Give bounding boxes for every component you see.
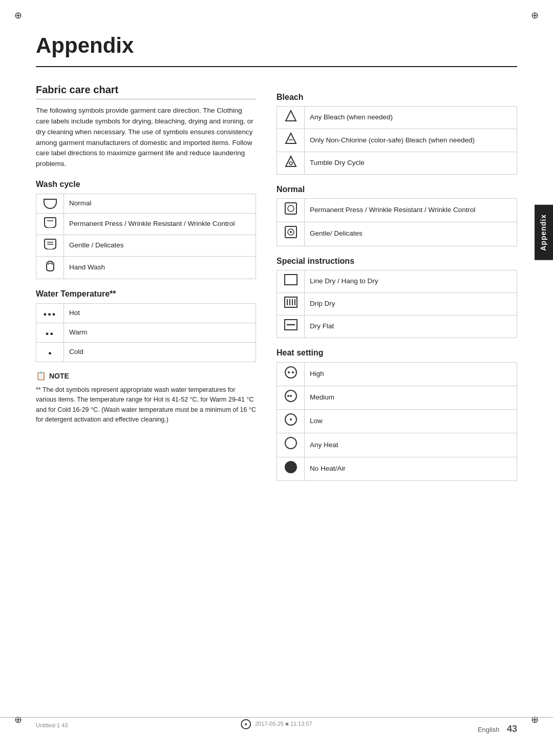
page: ⊕ ⊕ ⊕ ⊕ Appendix Appendix Fabric care ch… bbox=[0, 0, 553, 756]
heat-low-icon bbox=[277, 410, 305, 433]
heat-any-icon bbox=[277, 433, 305, 457]
normal-title: Normal bbox=[276, 184, 517, 195]
wash-perm-label: Permanent Press / Wrinkle Resistant / Wr… bbox=[64, 213, 256, 235]
normal-perm-icon bbox=[277, 199, 305, 222]
table-row: Gentle/ Delicates bbox=[277, 222, 517, 246]
note-box: 📋 NOTE ** The dot symbols represent appr… bbox=[36, 370, 256, 425]
water-cold-label: Cold bbox=[64, 343, 256, 362]
corner-mark-tl: ⊕ bbox=[14, 9, 22, 22]
dry-flat-label: Dry Flat bbox=[305, 316, 517, 338]
dry-flat-icon bbox=[277, 316, 305, 338]
svg-point-32 bbox=[245, 723, 247, 725]
svg-rect-8 bbox=[285, 203, 296, 214]
heat-medium-icon bbox=[277, 386, 305, 410]
normal-gentle-label: Gentle/ Delicates bbox=[305, 222, 517, 246]
page-number: 43 bbox=[507, 724, 517, 734]
normal-perm-label: Permanent Press / Wrinkle Resistant / Wr… bbox=[305, 199, 517, 222]
table-row: Permanent Press / Wrinkle Resistant / Wr… bbox=[36, 213, 256, 235]
note-label: NOTE bbox=[49, 371, 69, 382]
water-hot-label: Hot bbox=[64, 303, 256, 323]
bleach-any-label: Any Bleach (when needed) bbox=[305, 107, 517, 129]
heat-none-label: No Heat/Air bbox=[305, 457, 517, 480]
wash-cycle-table: Normal Permanent Press / Wrinkle Resista… bbox=[36, 194, 256, 280]
line-dry-icon bbox=[277, 270, 305, 292]
bleach-table: Any Bleach (when needed) Only Non-Chlori… bbox=[276, 106, 517, 175]
svg-point-23 bbox=[292, 371, 294, 373]
heat-medium-label: Medium bbox=[305, 386, 517, 410]
lang-label: English bbox=[478, 726, 500, 733]
special-table: Line Dry / Hang to Dry Drip Dry bbox=[276, 270, 517, 339]
right-column: Bleach Any Bleach (when needed) bbox=[276, 82, 517, 489]
dots-3-icon: ●●● bbox=[36, 303, 64, 323]
table-row: Only Non-Chlorine (color-safe) Bleach (w… bbox=[277, 129, 517, 152]
special-title: Special instructions bbox=[276, 256, 517, 267]
note-icon: 📋 bbox=[36, 370, 46, 382]
svg-rect-13 bbox=[285, 275, 297, 285]
page-title: Appendix bbox=[36, 31, 517, 67]
svg-point-29 bbox=[285, 437, 296, 449]
bleach-tumble-label: Tumble Dry Cycle bbox=[305, 152, 517, 174]
bottom-file-label: Untitled-1 43 bbox=[36, 722, 68, 729]
svg-point-25 bbox=[290, 395, 292, 397]
normal-table: Permanent Press / Wrinkle Resistant / Wr… bbox=[276, 198, 517, 246]
corner-mark-tr: ⊕ bbox=[531, 9, 539, 22]
svg-point-30 bbox=[285, 461, 296, 473]
wash-hand-icon bbox=[36, 257, 64, 279]
wash-gentle-label: Gentle / Delicates bbox=[64, 235, 256, 257]
bleach-nonchlor-label: Only Non-Chlorine (color-safe) Bleach (w… bbox=[305, 129, 517, 152]
table-row: Dry Flat bbox=[277, 316, 517, 338]
water-temp-title: Water Temperature** bbox=[36, 288, 256, 300]
drip-dry-icon bbox=[277, 293, 305, 316]
water-warm-label: Warm bbox=[64, 323, 256, 343]
svg-marker-4 bbox=[286, 133, 296, 143]
heat-high-label: High bbox=[305, 362, 517, 386]
table-row: Gentle / Delicates bbox=[36, 235, 256, 257]
svg-point-9 bbox=[288, 205, 294, 212]
heat-setting-table: High Medium bbox=[276, 362, 517, 481]
table-row: Drip Dry bbox=[277, 293, 517, 316]
svg-point-7 bbox=[289, 162, 292, 165]
svg-point-21 bbox=[285, 367, 296, 378]
table-row: ●●● Hot bbox=[36, 303, 256, 323]
table-row: No Heat/Air bbox=[277, 457, 517, 480]
bottom-center-date: 2017-05-25 ■ 11:13:57 bbox=[241, 719, 312, 729]
bleach-tumble-icon bbox=[277, 152, 305, 174]
heat-high-icon bbox=[277, 362, 305, 386]
heat-low-label: Low bbox=[305, 410, 517, 433]
table-row: Hand Wash bbox=[36, 257, 256, 279]
wash-perm-icon bbox=[36, 213, 64, 235]
intro-text: The following symbols provide garment ca… bbox=[36, 106, 256, 170]
table-row: High bbox=[277, 362, 517, 386]
table-row: Normal bbox=[36, 194, 256, 213]
table-row: Low bbox=[277, 410, 517, 433]
table-row: ● Cold bbox=[36, 343, 256, 362]
svg-point-26 bbox=[287, 395, 289, 397]
drip-dry-label: Drip Dry bbox=[305, 293, 517, 316]
heat-any-label: Any Heat bbox=[305, 433, 517, 457]
bleach-nonchlor-icon bbox=[277, 129, 305, 152]
heat-none-icon bbox=[277, 457, 305, 480]
fabric-care-title: Fabric care chart bbox=[36, 82, 256, 99]
line-dry-label: Line Dry / Hang to Dry bbox=[305, 270, 517, 292]
table-row: Any Bleach (when needed) bbox=[277, 107, 517, 129]
normal-gentle-icon bbox=[277, 222, 305, 246]
bleach-title: Bleach bbox=[276, 92, 517, 103]
table-row: Line Dry / Hang to Dry bbox=[277, 270, 517, 292]
table-row: Tumble Dry Cycle bbox=[277, 152, 517, 174]
heat-setting-title: Heat setting bbox=[276, 347, 517, 359]
wash-hand-label: Hand Wash bbox=[64, 257, 256, 279]
table-row: Any Heat bbox=[277, 433, 517, 457]
water-temp-table: ●●● Hot ●● Warm ● Cold bbox=[36, 303, 256, 363]
wash-cycle-title: Wash cycle bbox=[36, 179, 256, 190]
side-tab: Appendix bbox=[535, 205, 553, 260]
wash-normal-label: Normal bbox=[64, 194, 256, 213]
note-text: ** The dot symbols represent appropriate… bbox=[36, 385, 256, 425]
dots-1-icon: ● bbox=[36, 343, 64, 362]
wash-gentle-icon bbox=[36, 235, 64, 257]
table-row: Medium bbox=[277, 386, 517, 410]
wash-normal-icon bbox=[36, 194, 64, 213]
file-name: Untitled-1 43 bbox=[36, 722, 68, 729]
content-area: Fabric care chart The following symbols … bbox=[36, 82, 517, 489]
bottom-bar: Untitled-1 43 2017-05-25 ■ 11:13:57 Engl… bbox=[0, 717, 553, 736]
note-title: 📋 NOTE bbox=[36, 370, 256, 382]
